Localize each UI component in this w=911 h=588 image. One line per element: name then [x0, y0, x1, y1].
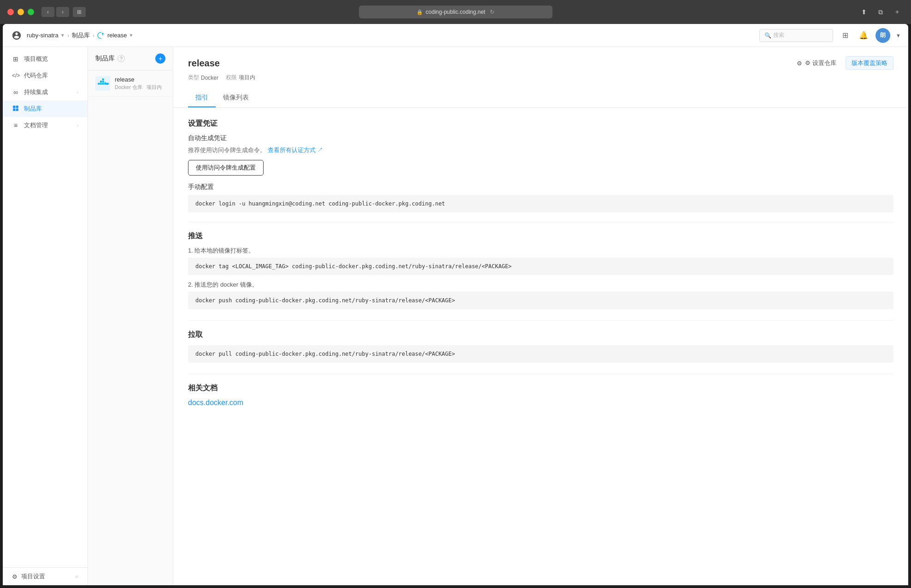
- version-policy-button[interactable]: 版本覆盖策略: [846, 56, 893, 70]
- login-command-code: docker login -u huangmingxin@coding.net …: [188, 195, 893, 212]
- address-bar[interactable]: 🔒 coding-public.coding.net ↻: [359, 6, 552, 18]
- push-command: docker push coding-public-docker.pkg.cod…: [188, 292, 893, 309]
- share-icon[interactable]: ⬆: [858, 7, 870, 17]
- app-topbar: ruby-sinatra ▼ › 制品库 › release ▼ 🔍 搜索: [3, 24, 908, 47]
- svg-rect-10: [102, 81, 104, 82]
- address-text: coding-public.coding.net: [426, 9, 485, 15]
- add-artifact-button[interactable]: +: [155, 53, 165, 64]
- step2-label: 2. 推送您的 docker 镜像。: [188, 281, 893, 289]
- window-right-icons: ⬆ ⧉ ＋: [858, 7, 904, 17]
- svg-rect-2: [13, 108, 15, 111]
- sidebar-item-docs[interactable]: ≡ 文档管理 ›: [3, 117, 88, 134]
- content-meta: 类型 Docker 权限 项目内: [188, 74, 893, 87]
- user-avatar[interactable]: 朗: [876, 28, 890, 43]
- push-title: 推送: [188, 231, 893, 241]
- breadcrumb-artifacts[interactable]: 制品库: [72, 31, 90, 40]
- topbar-right: 🔍 搜索 ⊞ 🔔 朗 ▼: [759, 28, 901, 43]
- ci-icon: ∞: [12, 88, 19, 96]
- svg-rect-9: [100, 81, 102, 82]
- notification-icon[interactable]: 🔔: [857, 29, 870, 42]
- breadcrumb-release[interactable]: release ▼: [97, 32, 134, 39]
- sidebar-item-overview[interactable]: ⊞ 项目概览: [3, 51, 88, 67]
- separator-3: [188, 374, 893, 374]
- window-chrome: ‹ › ⊞ 🔒 coding-public.coding.net ↻ ⬆ ⧉ ＋: [0, 0, 911, 24]
- tab-layout-button[interactable]: ⊞: [73, 7, 86, 17]
- artifact-list-item-release[interactable]: release Docker 仓库 项目内: [88, 71, 173, 97]
- related-docs-section: 相关文档 docs.docker.com: [188, 383, 893, 407]
- auth-docs-link[interactable]: 查看所有认证方式 ↗: [268, 147, 323, 153]
- content-tabs: 指引 镜像列表: [188, 89, 893, 107]
- user-dropdown-icon[interactable]: ▼: [896, 33, 901, 38]
- sidebar-item-ci[interactable]: ∞ 持续集成 ›: [3, 84, 88, 100]
- ci-expand-icon: ›: [77, 90, 78, 95]
- code-icon: </>: [12, 72, 19, 79]
- svg-rect-0: [13, 106, 15, 108]
- release-chevron-icon: ▼: [129, 33, 134, 38]
- svg-rect-3: [16, 108, 18, 111]
- fullscreen-button[interactable]: [28, 9, 34, 15]
- grid-view-icon[interactable]: ⊞: [839, 29, 852, 42]
- push-section: 推送 1. 给本地的镜像打标签。 docker tag <LOCAL_IMAGE…: [188, 231, 893, 309]
- main-area: ⊞ 项目概览 </> 代码仓库 ∞ 持续集成 › 制品库: [3, 47, 908, 585]
- pull-command: docker pull coding-public-docker.pkg.cod…: [188, 345, 893, 363]
- settings-gear-icon: ⚙: [797, 60, 802, 67]
- credentials-title: 设置凭证: [188, 119, 893, 129]
- add-tab-icon[interactable]: ＋: [891, 7, 904, 17]
- svg-rect-6: [100, 83, 102, 85]
- refresh-icon[interactable]: ↻: [490, 9, 494, 15]
- settings-icon: ⚙: [12, 573, 18, 580]
- push-step-2: 2. 推送您的 docker 镜像。 docker push coding-pu…: [188, 281, 893, 309]
- separator-1: [188, 222, 893, 222]
- breadcrumb-sep-1: ›: [68, 33, 70, 38]
- credentials-section: 设置凭证 自动生成凭证 推荐使用访问令牌生成命令。 查看所有认证方式 ↗ 使用访…: [188, 119, 893, 212]
- minimize-button[interactable]: [18, 9, 24, 15]
- sidebar-item-artifacts[interactable]: 制品库: [3, 100, 88, 117]
- sidebar-nav: ⊞ 项目概览 </> 代码仓库 ∞ 持续集成 › 制品库: [3, 47, 88, 567]
- header-actions: ⚙ ⚙ 设置仓库 版本覆盖策略: [793, 56, 893, 70]
- help-icon[interactable]: ?: [118, 55, 125, 62]
- related-docs-title: 相关文档: [188, 383, 893, 393]
- settings-warehouse-button[interactable]: ⚙ ⚙ 设置仓库: [793, 57, 840, 69]
- close-button[interactable]: [7, 9, 14, 15]
- artifact-sidebar-title: 制品库 ?: [95, 54, 125, 63]
- manual-config-title: 手动配置: [188, 183, 893, 191]
- app-container: ruby-sinatra ▼ › 制品库 › release ▼ 🔍 搜索: [3, 24, 908, 585]
- auto-credentials-desc: 推荐使用访问令牌生成命令。 查看所有认证方式 ↗: [188, 146, 893, 154]
- svg-rect-5: [98, 83, 100, 85]
- nav-arrows: ‹ ›: [41, 7, 69, 17]
- forward-button[interactable]: ›: [56, 7, 69, 17]
- breadcrumb-sep-2: ›: [93, 33, 94, 38]
- lock-icon: 🔒: [417, 9, 423, 15]
- docs-expand-icon: ›: [77, 123, 78, 128]
- duplicate-icon[interactable]: ⧉: [874, 7, 887, 17]
- generate-token-button[interactable]: 使用访问令牌生成配置: [188, 160, 264, 176]
- svg-rect-11: [102, 78, 104, 80]
- docker-docs-link[interactable]: docs.docker.com: [188, 399, 243, 406]
- traffic-lights: [7, 9, 34, 15]
- tab-image-list[interactable]: 镜像列表: [216, 89, 256, 107]
- docker-icon: [95, 76, 110, 91]
- page-title: release: [188, 58, 220, 69]
- search-icon: 🔍: [764, 32, 771, 39]
- tab-guide[interactable]: 指引: [188, 89, 216, 107]
- svg-rect-1: [16, 106, 18, 108]
- overview-icon: ⊞: [12, 55, 19, 63]
- sidebar: ⊞ 项目概览 </> 代码仓库 ∞ 持续集成 › 制品库: [3, 47, 88, 585]
- meta-permission: 权限 项目内: [226, 74, 255, 82]
- main-content: release ⚙ ⚙ 设置仓库 版本覆盖策略 类型 Doc: [173, 47, 908, 585]
- artifact-sidebar: 制品库 ? +: [88, 47, 173, 585]
- sidebar-settings[interactable]: ⚙ 项目设置 «: [3, 567, 88, 585]
- svg-rect-7: [102, 83, 104, 85]
- breadcrumb-project[interactable]: ruby-sinatra ▼: [27, 32, 65, 39]
- sidebar-item-code[interactable]: </> 代码仓库: [3, 67, 88, 84]
- search-box[interactable]: 🔍 搜索: [759, 29, 833, 42]
- settings-collapse-icon: «: [75, 573, 78, 580]
- auto-credentials-title: 自动生成凭证: [188, 134, 893, 142]
- separator-2: [188, 320, 893, 321]
- pull-section: 拉取 docker pull coding-public-docker.pkg.…: [188, 330, 893, 363]
- back-button[interactable]: ‹: [41, 7, 54, 17]
- artifact-sidebar-header: 制品库 ? +: [88, 47, 173, 71]
- docs-icon: ≡: [12, 122, 19, 129]
- app-logo: [10, 29, 23, 42]
- content-body: 设置凭证 自动生成凭证 推荐使用访问令牌生成命令。 查看所有认证方式 ↗ 使用访…: [173, 108, 908, 429]
